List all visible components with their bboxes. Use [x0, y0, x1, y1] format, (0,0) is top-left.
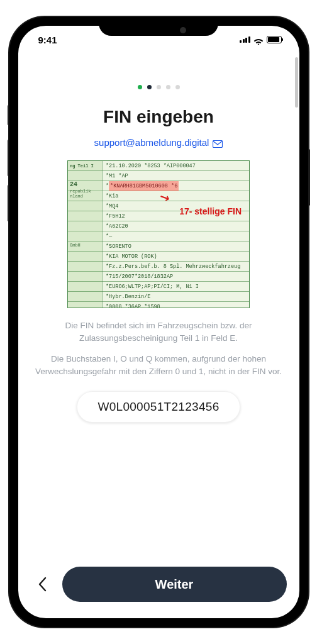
progress-dots — [32, 85, 286, 89]
footer: Weiter — [18, 567, 299, 618]
chevron-left-icon — [38, 577, 47, 592]
doc-row: *SORENTO — [106, 242, 247, 252]
document-sample: ng Teil I 24 republik nland GmbH *21.10.… — [67, 160, 250, 308]
battery-icon — [267, 36, 282, 43]
doc-row: *KIA MOTOR (ROK) — [106, 252, 247, 262]
help-text-1: Die FIN befindet sich im Fahrzeugschein … — [32, 319, 286, 344]
back-button[interactable] — [31, 569, 53, 600]
status-right — [240, 36, 282, 43]
doc-row: *A62C20 — [106, 221, 247, 231]
doc-left-gmbh: GmbH — [70, 243, 100, 248]
doc-row: *EURO6;WLTP;AP;PI/CI; M, N1 I — [106, 282, 247, 292]
cellular-icon — [240, 36, 250, 43]
doc-right: *21.10.2020 *8253 *AIP000047 *M1 *AP **K… — [106, 161, 247, 308]
status-time: 9:41 — [38, 35, 57, 45]
doc-left-sub: nland — [70, 194, 100, 199]
progress-dot — [157, 85, 161, 89]
screen: 9:41 FIN eingeben support@abmeldung.digi… — [18, 26, 299, 618]
power-button — [308, 149, 310, 206]
status-bar: 9:41 — [18, 26, 299, 53]
progress-dot — [166, 85, 170, 89]
doc-row: *— — [106, 231, 247, 242]
doc-callout: 17- stellige FIN — [179, 206, 242, 216]
doc-left-num: 24 — [70, 181, 100, 189]
doc-row: *Hybr.Benzin/E — [106, 292, 247, 302]
progress-dot — [175, 85, 180, 89]
progress-dot — [138, 85, 142, 89]
wifi-icon — [253, 36, 264, 43]
page-title: FIN eingeben — [32, 107, 286, 127]
doc-row: *715/2007*2018/1832AP — [106, 272, 247, 282]
doc-row: *0008 *36AP *1598 — [106, 302, 247, 308]
volume-up — [8, 140, 9, 176]
mail-icon — [213, 139, 223, 147]
next-button[interactable]: Weiter — [62, 567, 287, 602]
doc-fin-highlight: *KNARH81GBM5010608 *6 — [109, 181, 179, 191]
progress-dot — [147, 85, 152, 89]
content: FIN eingeben support@abmeldung.digital n… — [18, 53, 299, 567]
doc-left-sub: republik — [70, 189, 100, 194]
doc-left-title: ng Teil I — [70, 161, 100, 171]
doc-row: *Fz.z.Pers.bef.b. 8 Spl. Mehrzweckfahrze… — [106, 262, 247, 272]
fin-input[interactable]: W0L000051T2123456 — [77, 391, 240, 423]
help-text-2: Die Buchstaben I, O und Q kommen, aufgru… — [32, 353, 286, 377]
mute-switch — [8, 105, 9, 125]
doc-row-fin: **KNARH81GBM5010608 *6 — [106, 181, 247, 191]
doc-row: *M1 *AP — [106, 171, 247, 181]
doc-row: *Kia — [106, 191, 247, 201]
support-email-text: support@abmeldung.digital — [94, 137, 209, 148]
phone-frame: 9:41 FIN eingeben support@abmeldung.digi… — [9, 17, 308, 627]
support-link[interactable]: support@abmeldung.digital — [32, 137, 286, 148]
scrollbar[interactable] — [295, 57, 298, 108]
volume-down — [8, 185, 9, 221]
doc-row: *21.10.2020 *8253 *AIP000047 — [106, 161, 247, 171]
